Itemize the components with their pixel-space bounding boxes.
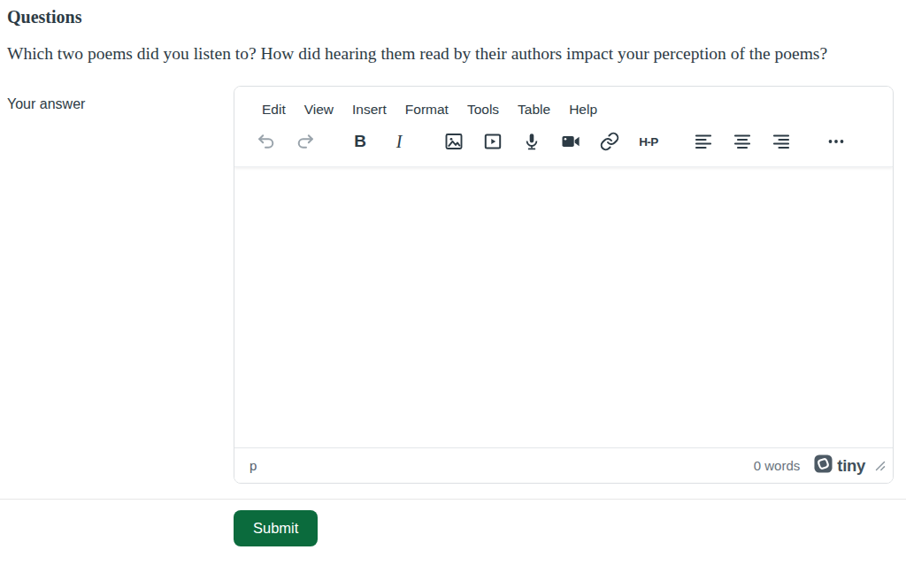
record-audio-button[interactable] [516, 126, 548, 157]
align-left-icon [693, 131, 714, 152]
more-toolbar-options-button[interactable] [820, 126, 852, 157]
italic-button[interactable]: I [383, 126, 415, 157]
menu-format[interactable]: Format [397, 97, 457, 122]
section-divider [0, 499, 906, 500]
insert-link-button[interactable] [594, 126, 626, 157]
redo-icon [295, 131, 316, 152]
bold-button[interactable]: B [344, 126, 376, 157]
align-center-button[interactable] [726, 126, 758, 157]
insert-h5p-button[interactable]: H-P [633, 126, 664, 157]
undo-button[interactable] [250, 126, 282, 157]
link-icon [599, 131, 620, 152]
insert-image-button[interactable] [438, 126, 470, 157]
resize-handle[interactable] [874, 460, 886, 471]
editor-toolbar: B I [234, 122, 893, 166]
editor-menubar: Edit View Insert Format Tools Table Help [234, 87, 893, 122]
italic-icon: I [396, 132, 403, 152]
video-camera-icon [560, 131, 581, 152]
insert-video-button[interactable] [477, 126, 509, 157]
video-play-icon [482, 131, 503, 152]
statusbar-right: 0 words tiny [754, 454, 886, 477]
menu-edit[interactable]: Edit [254, 97, 294, 122]
word-count[interactable]: 0 words [754, 458, 801, 473]
tinymce-logo-icon [814, 454, 833, 477]
redo-button[interactable] [289, 126, 321, 157]
align-left-button[interactable] [687, 126, 719, 157]
menu-insert[interactable]: Insert [344, 97, 395, 122]
h5p-icon: H-P [639, 135, 658, 149]
ellipsis-icon [825, 131, 847, 152]
align-center-icon [732, 131, 753, 152]
question-text: Which two poems did you listen to? How d… [7, 39, 899, 68]
align-right-icon [771, 131, 792, 152]
microphone-icon [521, 131, 542, 152]
editor-statusbar: p 0 words tiny [234, 447, 893, 483]
align-right-button[interactable] [765, 126, 797, 157]
quiz-question-page: Questions Which two poems did you listen… [0, 0, 906, 588]
rich-text-editor: Edit View Insert Format Tools Table Help [234, 86, 894, 484]
record-video-button[interactable] [555, 126, 587, 157]
menu-tools[interactable]: Tools [459, 97, 507, 122]
undo-icon [256, 131, 277, 152]
menu-table[interactable]: Table [510, 97, 558, 122]
bold-icon: B [354, 132, 366, 151]
image-icon [443, 131, 465, 152]
element-path-item[interactable]: p [246, 456, 260, 475]
tiny-brand-text: tiny [837, 456, 865, 476]
menu-help[interactable]: Help [561, 97, 605, 122]
answer-row: Your answer Edit View Insert Format Tool… [7, 86, 899, 484]
tinymce-brand-link[interactable]: tiny [814, 454, 865, 477]
editor-content-area[interactable] [234, 167, 893, 447]
editor-header: Edit View Insert Format Tools Table Help [234, 87, 893, 167]
menu-view[interactable]: View [296, 97, 342, 122]
submit-button[interactable]: Submit [234, 510, 318, 546]
answer-label: Your answer [7, 86, 234, 484]
questions-heading: Questions [7, 7, 899, 27]
